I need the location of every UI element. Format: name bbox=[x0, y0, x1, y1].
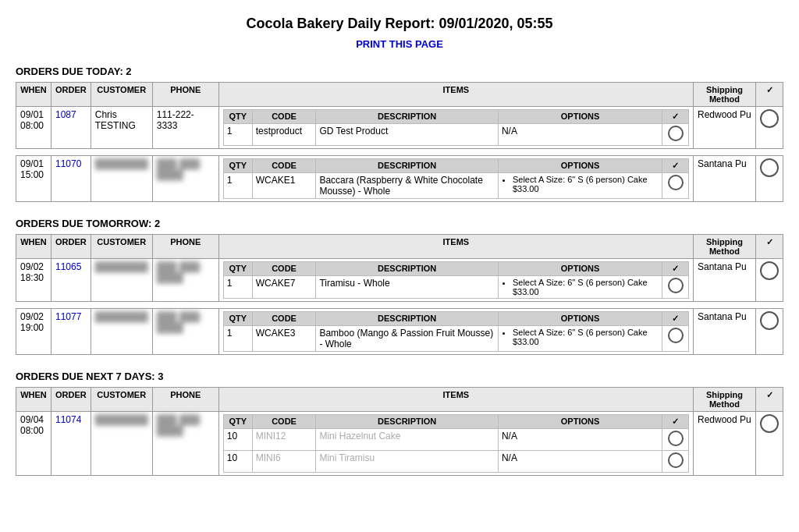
inner-table-1-1: QTYCODEDESCRIPTIONOPTIONS✓1WCAKE3Bamboo … bbox=[223, 311, 689, 352]
item-options-2-0-1: N/A bbox=[498, 451, 662, 473]
item-code-2-0-1: MINI6 bbox=[252, 451, 316, 473]
order-link-1-1[interactable]: 11077 bbox=[55, 311, 81, 322]
item-row-1-1-0: 1WCAKE3Bamboo (Mango & Passion Fruit Mou… bbox=[223, 326, 688, 352]
order-shipping-1-0: Santana Pu bbox=[694, 259, 756, 302]
item-row-0-1-0: 1WCAKE1Baccara (Raspberry & White Chocol… bbox=[223, 173, 688, 199]
header-customer-0: CUSTOMER bbox=[91, 83, 152, 107]
inner-header-inner_desc-1-1: DESCRIPTION bbox=[316, 312, 499, 326]
order-check-1-1[interactable] bbox=[756, 309, 783, 355]
order-when-1-1: 09/02 19:00 bbox=[16, 309, 51, 355]
item-options-2-0-0: N/A bbox=[498, 429, 662, 451]
item-check-0-1-0[interactable] bbox=[662, 173, 689, 199]
header-when-2: WHEN bbox=[16, 388, 51, 412]
order-check-1-0[interactable] bbox=[756, 259, 783, 302]
item-code-0-1-0: WCAKE1 bbox=[252, 173, 316, 199]
item-check-0-0-0[interactable] bbox=[662, 124, 689, 146]
inner-header-inner_qty-0-0: QTY bbox=[223, 110, 252, 124]
order-phone-1-1: ███-███-████ bbox=[152, 309, 218, 355]
order-row-0-0: 09/01 08:001087Chris TESTING111-222-3333… bbox=[16, 107, 783, 149]
header-phone-0: PHONE bbox=[152, 83, 218, 107]
item-code-1-1-0: WCAKE3 bbox=[252, 326, 316, 352]
print-link[interactable]: PRINT THIS PAGE bbox=[356, 38, 443, 50]
item-qty-0-0-0: 1 bbox=[223, 124, 252, 146]
orders-table-2: WHENORDERCUSTOMERPHONEITEMSShipping Meth… bbox=[16, 387, 783, 476]
order-phone-0-1: ███-███-████ bbox=[152, 156, 218, 202]
inner-table-0-0: QTYCODEDESCRIPTIONOPTIONS✓1testproductGD… bbox=[223, 109, 689, 146]
inner-header-inner_desc-2-0: DESCRIPTION bbox=[316, 415, 499, 429]
orders-table-0: WHENORDERCUSTOMERPHONEITEMSShipping Meth… bbox=[16, 82, 783, 202]
section-title-0: ORDERS DUE TODAY: 2 bbox=[16, 66, 783, 77]
order-customer-1-0: ████████ bbox=[91, 259, 152, 302]
order-number-1-0[interactable]: 11065 bbox=[51, 259, 91, 302]
item-desc-2-0-1: Mini Tiramisu bbox=[316, 451, 499, 473]
inner-header-inner_code-1-0: CODE bbox=[252, 262, 316, 276]
header-customer-1: CUSTOMER bbox=[91, 235, 152, 259]
header-check-0: ✓ bbox=[756, 83, 783, 107]
header-customer-2: CUSTOMER bbox=[91, 388, 152, 412]
order-when-0-0: 09/01 08:00 bbox=[16, 107, 51, 149]
order-number-2-0[interactable]: 11074 bbox=[51, 412, 91, 476]
order-link-0-1[interactable]: 11070 bbox=[55, 158, 81, 169]
order-row-0-1: 09/01 15:0011070███████████-███-████QTYC… bbox=[16, 156, 783, 202]
order-phone-2-0: ███-███-████ bbox=[152, 412, 218, 476]
item-code-1-0-0: WCAKE7 bbox=[252, 276, 316, 299]
order-when-0-1: 09/01 15:00 bbox=[16, 156, 51, 202]
order-shipping-2-0: Redwood Pu bbox=[694, 412, 756, 476]
item-qty-0-1-0: 1 bbox=[223, 173, 252, 199]
order-number-1-1[interactable]: 11077 bbox=[51, 309, 91, 355]
order-shipping-0-0: Redwood Pu bbox=[694, 107, 756, 149]
order-link-1-0[interactable]: 11065 bbox=[55, 261, 81, 272]
header-order-1: ORDER bbox=[51, 235, 91, 259]
order-number-0-1[interactable]: 11070 bbox=[51, 156, 91, 202]
header-check-1: ✓ bbox=[756, 235, 783, 259]
report-title: Cocola Bakery Daily Report: 09/01/2020, … bbox=[16, 16, 783, 32]
item-options-0-0-0: N/A bbox=[498, 124, 662, 146]
order-link-0-0[interactable]: 1087 bbox=[55, 109, 76, 120]
inner-header-inner_options-0-0: OPTIONS bbox=[498, 110, 662, 124]
header-shipping-0: Shipping Method bbox=[694, 83, 756, 107]
order-row-1-1: 09/02 19:0011077███████████-███-████QTYC… bbox=[16, 309, 783, 355]
item-row-2-0-1: 10MINI6Mini TiramisuN/A bbox=[223, 451, 688, 473]
header-when-0: WHEN bbox=[16, 83, 51, 107]
inner-header-inner_code-0-0: CODE bbox=[252, 110, 316, 124]
header-shipping-2: Shipping Method bbox=[694, 388, 756, 412]
inner-header-inner_desc-1-0: DESCRIPTION bbox=[316, 262, 499, 276]
order-row-2-0: 09/04 08:0011074███████████-███-████QTYC… bbox=[16, 412, 783, 476]
order-phone-1-0: ███-███-████ bbox=[152, 259, 218, 302]
header-when-1: WHEN bbox=[16, 235, 51, 259]
order-items-1-1: QTYCODEDESCRIPTIONOPTIONS✓1WCAKE3Bamboo … bbox=[218, 309, 693, 355]
item-check-1-0-0[interactable] bbox=[662, 276, 689, 299]
order-customer-1-1: ████████ bbox=[91, 309, 152, 355]
inner-header-inner_check-1-1: ✓ bbox=[662, 312, 689, 326]
inner-header-inner_options-1-0: OPTIONS bbox=[498, 262, 662, 276]
inner-header-inner_check-1-0: ✓ bbox=[662, 262, 689, 276]
inner-header-inner_desc-0-0: DESCRIPTION bbox=[316, 110, 499, 124]
order-check-0-0[interactable] bbox=[756, 107, 783, 149]
item-desc-0-0-0: GD Test Product bbox=[316, 124, 499, 146]
item-qty-1-1-0: 1 bbox=[223, 326, 252, 352]
order-phone-0-0: 111-222-3333 bbox=[152, 107, 218, 149]
order-items-0-0: QTYCODEDESCRIPTIONOPTIONS✓1testproductGD… bbox=[218, 107, 693, 149]
header-shipping-1: Shipping Method bbox=[694, 235, 756, 259]
inner-header-inner_qty-1-1: QTY bbox=[223, 312, 252, 326]
item-qty-2-0-1: 10 bbox=[223, 451, 252, 473]
order-shipping-1-1: Santana Pu bbox=[694, 309, 756, 355]
item-options-0-1-0: Select A Size: 6" S (6 person) Cake $33.… bbox=[498, 173, 662, 199]
order-row-1-0: 09/02 18:3011065███████████-███-████QTYC… bbox=[16, 259, 783, 302]
order-check-2-0[interactable] bbox=[756, 412, 783, 476]
order-check-0-1[interactable] bbox=[756, 156, 783, 202]
header-phone-1: PHONE bbox=[152, 235, 218, 259]
header-items-1: ITEMS bbox=[218, 235, 693, 259]
item-desc-1-1-0: Bamboo (Mango & Passion Fruit Mousse) - … bbox=[316, 326, 499, 352]
item-check-2-0-0[interactable] bbox=[662, 429, 689, 451]
item-desc-2-0-0: Mini Hazelnut Cake bbox=[316, 429, 499, 451]
item-check-1-1-0[interactable] bbox=[662, 326, 689, 352]
inner-table-0-1: QTYCODEDESCRIPTIONOPTIONS✓1WCAKE1Baccara… bbox=[223, 158, 689, 199]
inner-header-inner_code-0-1: CODE bbox=[252, 159, 316, 173]
order-link-2-0[interactable]: 11074 bbox=[55, 414, 81, 425]
item-desc-1-0-0: Tiramisu - Whole bbox=[316, 276, 499, 299]
item-check-2-0-1[interactable] bbox=[662, 451, 689, 473]
order-number-0-0[interactable]: 1087 bbox=[51, 107, 91, 149]
inner-table-2-0: QTYCODEDESCRIPTIONOPTIONS✓10MINI12Mini H… bbox=[223, 414, 689, 473]
inner-header-inner_check-2-0: ✓ bbox=[662, 415, 689, 429]
